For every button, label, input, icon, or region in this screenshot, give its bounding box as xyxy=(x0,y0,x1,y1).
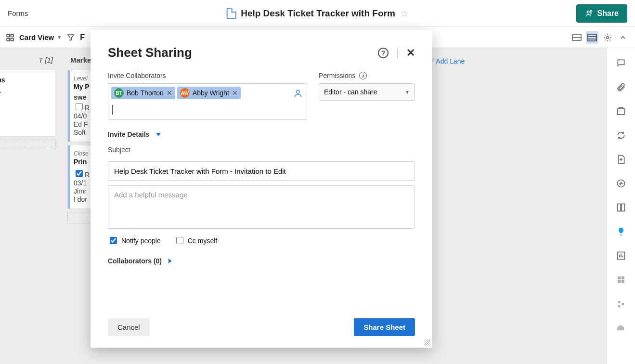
share-button[interactable]: Share xyxy=(576,4,627,23)
info-icon[interactable]: i xyxy=(359,72,367,79)
svg-point-11 xyxy=(607,36,609,39)
activity-icon[interactable] xyxy=(616,178,626,189)
chip-remove-icon[interactable]: ✕ xyxy=(232,89,238,97)
resize-handle[interactable] xyxy=(424,339,430,346)
sheet-icon xyxy=(226,8,236,19)
card-line: r xyxy=(0,123,50,131)
publish-icon[interactable] xyxy=(616,154,626,165)
card-checkbox[interactable] xyxy=(76,103,83,110)
subject-input[interactable] xyxy=(108,161,415,181)
cc-checkbox-label[interactable]: Cc myself xyxy=(174,235,217,246)
invite-details-toggle[interactable]: Invite Details xyxy=(108,130,415,138)
avatar: AW xyxy=(180,88,190,98)
invite-label: Invite Collaborators xyxy=(108,72,307,79)
chart-icon[interactable] xyxy=(616,250,626,261)
star-icon[interactable]: ☆ xyxy=(400,8,409,19)
filter-label-truncated: F xyxy=(80,33,85,42)
cc-checkbox[interactable] xyxy=(176,237,183,244)
modal-title: Sheet Sharing xyxy=(108,45,192,60)
cancel-button[interactable]: Cancel xyxy=(108,318,150,336)
svg-rect-15 xyxy=(621,204,624,211)
avatar: BT xyxy=(114,88,124,98)
svg-rect-20 xyxy=(621,280,624,283)
permissions-value: Editor - can share xyxy=(324,88,377,96)
card-line: e error messa… xyxy=(0,87,50,94)
caret-down-icon: ▼ xyxy=(57,35,62,40)
svg-rect-5 xyxy=(11,38,13,40)
gear-icon[interactable] xyxy=(601,31,614,44)
triangle-down-icon xyxy=(156,133,161,136)
text-cursor xyxy=(112,105,113,115)
share-sheet-button[interactable]: Share Sheet xyxy=(354,318,415,336)
caret-down-icon: ▼ xyxy=(405,90,410,95)
collaborator-chip: AW Abby Wright ✕ xyxy=(177,87,241,99)
attachments-icon[interactable] xyxy=(616,82,626,92)
notify-checkbox-label[interactable]: Notify people xyxy=(108,235,161,246)
notify-checkbox[interactable] xyxy=(110,237,117,244)
lane-header: T [1] xyxy=(0,53,58,67)
contacts-icon[interactable] xyxy=(293,89,303,98)
comments-icon[interactable] xyxy=(616,58,626,68)
help-icon[interactable]: ? xyxy=(378,48,389,58)
svg-rect-3 xyxy=(11,34,13,37)
svg-point-21 xyxy=(297,90,300,93)
collaborator-chip: BT Bob Thorton ✕ xyxy=(111,87,175,99)
cloud-icon[interactable] xyxy=(616,323,626,333)
card[interactable]: working. It keeps e error messa… r xyxy=(0,70,56,137)
grid-icon xyxy=(6,33,14,42)
sheet-sharing-modal: Sheet Sharing ? ✕ Invite Collaborators B… xyxy=(91,30,432,348)
permissions-select[interactable]: Editor - can share ▼ xyxy=(319,83,415,101)
card-title: working. It keeps xyxy=(0,76,50,84)
add-lane-button[interactable]: +Add Lane xyxy=(429,57,465,65)
collaborators-toggle[interactable]: Collaborators (0) xyxy=(108,257,415,265)
chip-name: Abby Wright xyxy=(193,89,229,97)
message-textarea[interactable] xyxy=(108,185,415,229)
filter-icon[interactable] xyxy=(66,33,75,42)
view-label: Card View xyxy=(19,33,54,41)
collaborators-input[interactable]: BT Bob Thorton ✕ AW Abby Wright ✕ xyxy=(108,83,307,120)
svg-rect-12 xyxy=(617,109,624,115)
svg-rect-4 xyxy=(7,38,9,40)
row-normal-icon[interactable] xyxy=(586,31,598,44)
share-button-label: Share xyxy=(597,9,619,18)
balloon-icon[interactable] xyxy=(616,226,626,237)
add-card[interactable]: + xyxy=(0,140,56,149)
row-compact-icon[interactable] xyxy=(570,31,583,44)
subject-label: Subject xyxy=(108,146,415,154)
svg-point-0 xyxy=(587,11,589,13)
close-icon[interactable]: ✕ xyxy=(406,47,415,59)
update-requests-icon[interactable] xyxy=(616,130,626,141)
chip-remove-icon[interactable]: ✕ xyxy=(167,89,172,97)
page-title: Help Desk Ticket Tracker with Form xyxy=(241,8,395,19)
connector-icon[interactable] xyxy=(616,299,626,309)
chevron-up-icon[interactable] xyxy=(617,31,629,44)
divider xyxy=(397,48,398,58)
svg-rect-19 xyxy=(618,280,621,283)
chip-name: Bob Thorton xyxy=(127,89,164,97)
svg-rect-17 xyxy=(618,276,621,279)
permissions-label: Permissions i xyxy=(319,72,415,79)
view-switcher[interactable]: Card View ▼ xyxy=(19,33,62,41)
card-checkbox[interactable] xyxy=(76,170,83,177)
svg-rect-2 xyxy=(7,34,9,37)
summary-icon[interactable] xyxy=(616,202,626,213)
breadcrumb-forms[interactable]: Forms xyxy=(8,9,28,17)
proofs-icon[interactable] xyxy=(616,106,626,117)
triangle-right-icon xyxy=(168,259,172,263)
svg-rect-14 xyxy=(617,204,621,211)
apps-icon[interactable] xyxy=(616,274,626,285)
svg-rect-18 xyxy=(621,276,624,279)
svg-point-1 xyxy=(590,10,592,12)
svg-rect-8 xyxy=(588,34,596,41)
